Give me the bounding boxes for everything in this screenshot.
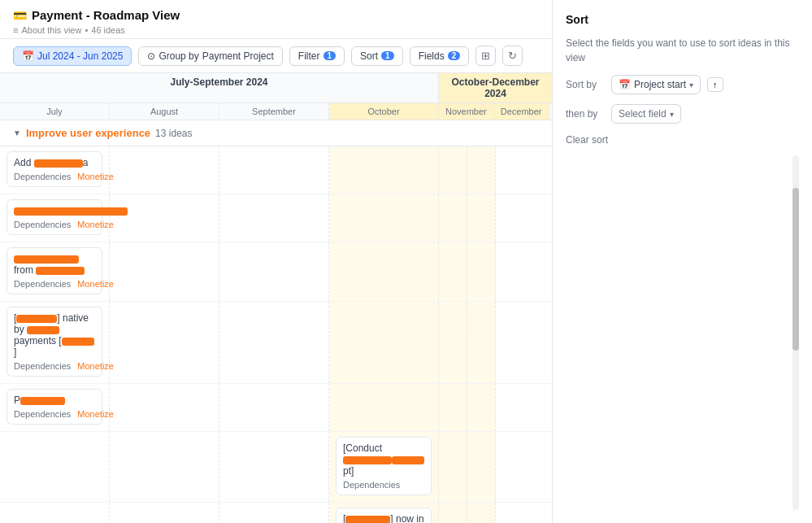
- group-toggle-icon: ▼: [13, 129, 21, 137]
- cell-sep-3: [219, 242, 329, 301]
- then-by-placeholder: Select field: [619, 108, 667, 120]
- cell-july-2: Dependencies Monetize: [0, 194, 110, 242]
- idea-card-1[interactable]: Add a Dependencies Monetize: [7, 151, 102, 187]
- cell-oct-4: [329, 302, 439, 383]
- sort-field-icon: 📅: [619, 79, 631, 90]
- cell-july-6: [0, 432, 110, 502]
- group-icon: ⊙: [147, 50, 155, 62]
- cell-nov-2: [439, 194, 467, 242]
- clear-sort-container: Clear sort: [566, 133, 799, 146]
- group-by-button[interactable]: ⊙ Group by Payment Project: [138, 46, 282, 66]
- monetize-tag-1: Monetize: [77, 172, 114, 181]
- idea-count: 46 ideas: [91, 25, 125, 35]
- cell-aug-7: [110, 503, 219, 523]
- sort-panel-description: Select the fields you want to use to sor…: [566, 36, 799, 65]
- scrollbar-thumb[interactable]: [792, 188, 799, 351]
- idea-card-3[interactable]: from Dependencies Monetize: [7, 247, 102, 294]
- card-meta-1: Dependencies Monetize: [14, 172, 95, 181]
- card-title-3: from: [14, 253, 95, 276]
- date-range-button[interactable]: 📅 Jul 2024 - Jun 2025: [13, 46, 132, 66]
- table-view-button[interactable]: ⊞: [475, 46, 496, 66]
- idea-card-7[interactable]: [] now in BE Dependencies Monetize: [336, 508, 432, 523]
- card-title-2: [14, 205, 95, 216]
- cell-dec-6: [467, 432, 496, 502]
- cell-oct-3: [329, 242, 439, 301]
- cell-sep-1: [219, 146, 329, 194]
- subtitle-text: About this view: [21, 25, 81, 35]
- refresh-button[interactable]: ↻: [502, 46, 523, 66]
- sort-button[interactable]: Sort 1: [351, 46, 403, 66]
- cell-jan-3: [496, 242, 524, 301]
- group-header[interactable]: ▼ Improve user experience 13 ideas: [0, 120, 552, 146]
- sort-direction-button[interactable]: ↑: [707, 77, 723, 92]
- cell-july-5: P Dependencies Monetize: [0, 384, 110, 431]
- idea-card-2[interactable]: Dependencies Monetize: [7, 199, 102, 235]
- idea-card-4[interactable]: [] native by payments [] Dependencies Mo…: [7, 307, 102, 377]
- cell-sep-4: [219, 302, 329, 383]
- month-aug: August: [110, 103, 219, 120]
- month-jan: Janua...: [549, 103, 553, 120]
- cell-july-1: Add a Dependencies Monetize: [0, 146, 110, 194]
- filter-label: Filter: [298, 50, 320, 62]
- card-meta-4: Dependencies Monetize: [14, 361, 95, 371]
- filter-badge: 1: [323, 51, 337, 60]
- card-meta-3: Dependencies Monetize: [14, 279, 95, 289]
- subtitle-icon: ≡: [13, 25, 18, 35]
- month-nov: November: [439, 103, 494, 120]
- sort-panel: Sort Select the fields you want to use t…: [552, 0, 812, 523]
- calendar-icon: 📅: [22, 50, 34, 62]
- clear-sort-button[interactable]: Clear sort: [566, 134, 608, 146]
- cell-nov-7: [439, 503, 467, 523]
- subtitle-dot: •: [85, 25, 88, 35]
- dep-label-5: Dependencies: [14, 409, 71, 419]
- cell-sep-6: [219, 432, 329, 502]
- card-title-4: [] native by payments []: [14, 312, 95, 358]
- monetize-tag-5: Monetize: [77, 409, 114, 419]
- filter-button[interactable]: Filter 1: [289, 46, 345, 66]
- sort-field-label: Project start: [634, 79, 686, 90]
- calendar-container: July-September 2024 October-December 202…: [0, 73, 552, 523]
- table-row: P Dependencies Monetize: [0, 384, 552, 432]
- scrollbar-track: [792, 155, 799, 510]
- cell-oct-1: [329, 146, 439, 194]
- cell-jan-6: [496, 432, 524, 502]
- cell-aug-6: [110, 432, 219, 502]
- cell-jan-7: [496, 503, 524, 523]
- sort-label: Sort: [360, 50, 378, 62]
- cell-dec-3: [467, 242, 496, 301]
- card-meta-2: Dependencies Monetize: [14, 220, 95, 229]
- cell-dec-2: [467, 194, 496, 242]
- table-row: Add a Dependencies Monetize: [0, 146, 552, 194]
- card-title-7: [] now in BE: [343, 513, 424, 523]
- cell-aug-1: [110, 146, 219, 194]
- then-by-select[interactable]: Select field ▾: [611, 104, 681, 124]
- then-by-chevron: ▾: [670, 110, 674, 119]
- month-headers: July August September October November D…: [0, 103, 552, 120]
- dep-label-3: Dependencies: [14, 279, 71, 289]
- sort-field-select[interactable]: 📅 Project start ▾: [611, 75, 701, 94]
- card-title-1: Add a: [14, 157, 95, 168]
- cell-nov-4: [439, 302, 467, 383]
- q3-header: July-September 2024: [0, 73, 439, 102]
- cell-dec-1: [467, 146, 496, 194]
- idea-card-6[interactable]: [Conduct pt] Dependencies: [336, 437, 432, 495]
- group-by-label: Group by: [158, 50, 198, 62]
- sort-panel-title: Sort: [566, 13, 799, 26]
- fields-label: Fields: [419, 50, 445, 62]
- cell-july-4: [] native by payments [] Dependencies Mo…: [0, 302, 110, 383]
- quarter-headers: July-September 2024 October-December 202…: [0, 73, 552, 103]
- table-row: Dependencies Monetize: [0, 194, 552, 242]
- dep-label-2: Dependencies: [14, 220, 71, 229]
- idea-card-5[interactable]: P Dependencies Monetize: [7, 389, 102, 425]
- table-row: [] native by payments [] Dependencies Mo…: [0, 302, 552, 384]
- cell-sep-2: [219, 194, 329, 242]
- group-by-value: Payment Project: [202, 50, 274, 62]
- cell-oct-5: [329, 384, 439, 431]
- page-icon: 💳: [13, 9, 27, 22]
- monetize-tag-3: Monetize: [77, 279, 114, 289]
- cell-jan-1: [496, 146, 524, 194]
- cell-dec-4: [467, 302, 496, 383]
- sort-by-row: Sort by 📅 Project start ▾ ↑: [566, 75, 799, 94]
- cell-sep-5: [219, 384, 329, 431]
- fields-button[interactable]: Fields 2: [410, 46, 470, 66]
